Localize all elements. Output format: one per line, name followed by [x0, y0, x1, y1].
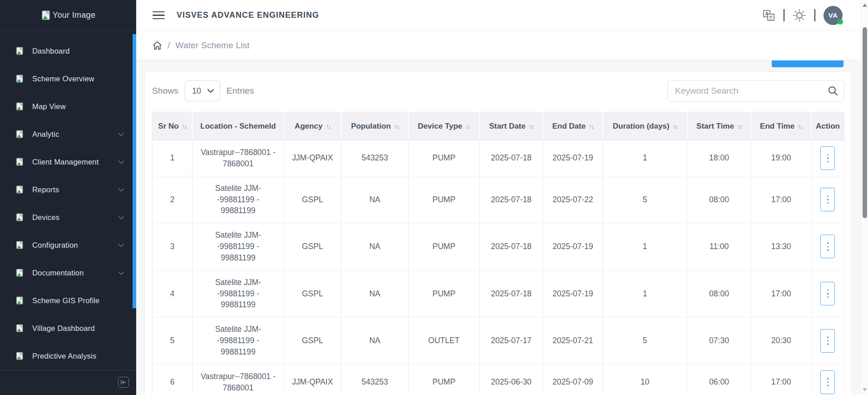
column-header-sr-no[interactable]: Sr No↑↓	[153, 112, 192, 140]
sidebar-item-map-view[interactable]: Map View	[0, 93, 136, 120]
table-row: 1Vastrapur--7868001 - 7868001JJM-QPAIX54…	[153, 140, 844, 176]
sidebar-item-client-management[interactable]: Client Management	[0, 148, 136, 176]
cell-text: 2025-07-18	[491, 242, 532, 251]
cell-text: PUMP	[433, 195, 456, 204]
search-input[interactable]	[667, 80, 844, 102]
cell-text: 5	[643, 195, 647, 204]
cell-text: 2	[170, 195, 175, 204]
column-header-agency[interactable]: Agency↑↓	[284, 112, 341, 140]
sun-icon	[793, 9, 806, 22]
sidebar-item-configuration[interactable]: Configuration	[0, 231, 136, 259]
column-header-end-time[interactable]: End Time↑↓	[751, 112, 811, 140]
topbar-actions: A 文 VA	[763, 6, 843, 25]
table-cell: 13:30	[751, 223, 811, 270]
sort-arrows-icon[interactable]: ↑↓	[182, 123, 187, 130]
table-cell: GSPL	[284, 270, 341, 317]
home-icon[interactable]	[153, 41, 162, 50]
table-cell: PUMP	[408, 270, 479, 317]
table-row: 3Satelite JJM--99881199 - 99881199GSPLNA…	[153, 223, 844, 270]
sidebar-item-analytic[interactable]: Analytic	[0, 120, 136, 148]
column-header-start-time[interactable]: Start Time↑↓	[687, 112, 751, 140]
user-avatar[interactable]: VA	[824, 6, 843, 25]
sort-arrows-icon[interactable]: ↑↓	[798, 123, 802, 130]
row-actions-kebab-button[interactable]	[820, 188, 835, 211]
broken-image-icon	[15, 185, 25, 194]
table-cell: 543253	[341, 364, 409, 395]
column-header-start-date[interactable]: Start Date↑↓	[479, 112, 543, 140]
table-cell: 5	[603, 176, 687, 223]
translate-button[interactable]: A 文	[763, 10, 775, 21]
sort-arrows-icon[interactable]: ↑↓	[394, 123, 399, 130]
row-actions-kebab-button[interactable]	[820, 329, 835, 353]
cell-text: GSPL	[302, 336, 323, 345]
table-card: Shows 10 Entries	[144, 71, 852, 395]
add-button-clipped[interactable]	[772, 60, 843, 67]
column-header-device-type[interactable]: Device Type↑↓	[408, 112, 479, 140]
sidebar-item-label: Scheme Overview	[32, 75, 124, 83]
sidebar-item-devices[interactable]: Devices	[0, 204, 136, 231]
sort-arrows-icon[interactable]: ↑↓	[465, 123, 470, 130]
table-cell: GSPL	[284, 223, 341, 270]
row-actions-kebab-button[interactable]	[820, 146, 835, 170]
collapse-arrow-icon	[120, 380, 127, 385]
table-cell: 6	[153, 364, 192, 395]
cell-text: 07:30	[709, 336, 729, 345]
cell-text: 08:00	[709, 195, 729, 204]
online-status-dot	[838, 19, 843, 25]
sidebar-collapse-button[interactable]	[118, 377, 129, 388]
sort-arrows-icon[interactable]: ↑↓	[737, 123, 742, 130]
table-cell: GSPL	[284, 317, 341, 365]
sidebar-item-documentation[interactable]: Documentation	[0, 259, 136, 287]
entries-select[interactable]: 10	[185, 80, 220, 101]
cell-text: NA	[369, 242, 380, 251]
chevron-down-icon	[118, 132, 124, 136]
cell-text: OUTLET	[428, 336, 459, 345]
sidebar-item-reports[interactable]: Reports	[0, 176, 136, 204]
broken-image-icon	[15, 352, 25, 360]
chevron-down-icon	[207, 89, 214, 93]
theme-toggle-button[interactable]	[793, 9, 806, 22]
scrollbar-down-arrow[interactable]	[863, 388, 867, 391]
row-actions-kebab-button[interactable]	[820, 370, 835, 394]
sidebar-item-scheme-gis-profile[interactable]: Scheme GIS Profile	[0, 287, 136, 315]
sidebar-item-predictive-analysis[interactable]: Predictive Analysis	[0, 342, 136, 370]
cell-text: 2025-07-19	[552, 289, 593, 298]
sort-arrows-icon[interactable]: ↑↓	[589, 123, 593, 130]
column-header-label: End Date	[552, 122, 586, 130]
table-cell: 4	[153, 270, 192, 317]
water-scheme-table: Sr No↑↓ Location - SchemeId Agency↑↓ Pop…	[152, 112, 844, 395]
entries-select-value: 10	[192, 86, 201, 96]
sidebar: Your Image Dashboard Scheme Overview	[0, 0, 136, 395]
sidebar-scrollbar-thumb[interactable]	[133, 34, 136, 308]
main-area: VISVES ADVANCE ENGINEERING A 文	[136, 0, 861, 395]
row-actions-kebab-button[interactable]	[820, 235, 835, 258]
search-icon[interactable]	[828, 85, 838, 96]
sidebar-item-scheme-overview[interactable]: Scheme Overview	[0, 65, 136, 93]
scrollbar-thumb[interactable]	[863, 27, 867, 218]
hamburger-menu-icon[interactable]	[153, 11, 165, 20]
column-header-duration-days[interactable]: Duration (days)↑↓	[603, 112, 687, 140]
table-cell: 3	[153, 223, 192, 270]
scrollbar-up-arrow[interactable]	[863, 4, 867, 7]
cell-text: 6	[170, 377, 175, 386]
column-header-action[interactable]: Action	[811, 112, 844, 140]
table-cell: 2025-07-17	[479, 317, 543, 365]
logo-area[interactable]: Your Image	[0, 0, 136, 31]
sidebar-item-dashboard[interactable]: Dashboard	[0, 37, 136, 65]
cell-text: 2025-07-18	[491, 153, 532, 162]
column-header-location-schemeid[interactable]: Location - SchemeId	[192, 112, 284, 140]
sidebar-item-village-dashboard[interactable]: Village Dashboard	[0, 315, 136, 342]
sort-arrows-icon[interactable]: ↑↓	[326, 123, 330, 130]
table-header-row: Sr No↑↓ Location - SchemeId Agency↑↓ Pop…	[153, 112, 844, 140]
sidebar-item-label: Configuration	[32, 241, 110, 250]
sort-arrows-icon[interactable]: ↑↓	[529, 123, 533, 130]
table-cell: 2025-07-18	[479, 270, 543, 317]
row-actions-kebab-button[interactable]	[820, 282, 835, 305]
page-scrollbar[interactable]	[861, 0, 868, 395]
sort-arrows-icon[interactable]: ↑↓	[672, 123, 677, 130]
table-cell: 2025-07-09	[543, 364, 603, 395]
column-header-end-date[interactable]: End Date↑↓	[543, 112, 603, 140]
cell-text: Satelite JJM--99881199 - 99881199	[215, 230, 261, 262]
column-header-population[interactable]: Population↑↓	[341, 112, 409, 140]
cell-action	[811, 317, 844, 365]
